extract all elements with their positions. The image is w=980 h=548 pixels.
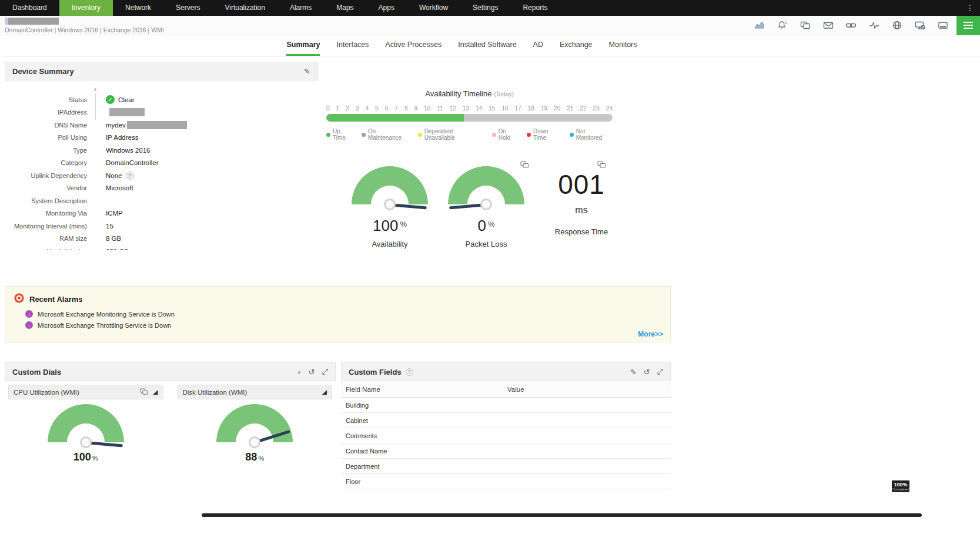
- nav-item[interactable]: Dashboard: [0, 0, 59, 16]
- field-label: IPAddress: [5, 109, 87, 116]
- dial-settings-icon[interactable]: [597, 160, 606, 171]
- custom-fields-column-header: Field Name Value: [341, 381, 671, 398]
- globe-icon[interactable]: [891, 21, 902, 31]
- vertical-scrollbar[interactable]: ▲: [93, 87, 98, 146]
- field-label: Status: [5, 96, 87, 103]
- timeline-hour-scale: 0 1 2 3 4 5 6 7 8 9 10 11 12 13 14: [326, 105, 613, 112]
- chart-icon[interactable]: ◢: [153, 388, 158, 396]
- recent-alarms-header: Recent Alarms: [5, 287, 670, 308]
- metric-label: Response Time: [539, 227, 624, 236]
- device-summary-row: Poll Using IP Address: [5, 132, 318, 144]
- timeline-hour-label: 2: [346, 105, 349, 112]
- nav-item[interactable]: Workflow: [407, 0, 460, 16]
- redacted-value: [127, 121, 187, 129]
- nav-item[interactable]: Network: [113, 0, 163, 16]
- device-tab[interactable]: Exchange: [560, 35, 593, 56]
- device-summary-row: System Description: [5, 194, 318, 207]
- mail-icon[interactable]: [822, 21, 834, 31]
- refresh-icon[interactable]: ↺: [644, 368, 650, 376]
- timeline-bar[interactable]: [326, 114, 613, 122]
- nav-item[interactable]: Virtualization: [212, 0, 277, 16]
- expand-icon[interactable]: ⤢: [657, 367, 663, 376]
- timeline-hour-label: 20: [554, 105, 560, 112]
- device-summary-row: IPAddress: [5, 106, 318, 119]
- nav-spacer: [560, 0, 960, 16]
- nav-item[interactable]: Maps: [324, 0, 366, 16]
- kebab-menu-icon[interactable]: ⋮: [960, 0, 980, 16]
- add-icon[interactable]: +: [297, 368, 302, 376]
- dial-settings-icon[interactable]: [140, 387, 148, 398]
- custom-field-row: Floor: [341, 474, 671, 489]
- device-summary-row: Vendor Microsoft: [5, 182, 318, 195]
- nav-item[interactable]: Alarms: [277, 0, 324, 16]
- redacted-device-name: [5, 18, 59, 25]
- area-chart-icon[interactable]: [754, 21, 765, 31]
- help-icon[interactable]: ?: [406, 368, 413, 376]
- scroll-up-icon[interactable]: ▲: [93, 87, 98, 92]
- device-tab[interactable]: Active Processes: [385, 35, 441, 56]
- gauge: [48, 404, 124, 446]
- sparkline-icon[interactable]: [868, 21, 879, 31]
- device-identity: DomainController | Windows 2016 | Exchan…: [5, 18, 164, 33]
- device-tab[interactable]: AD: [533, 35, 543, 56]
- help-icon[interactable]: ?: [126, 172, 134, 180]
- timeline-hour-label: 13: [463, 105, 469, 112]
- attention-down-icon: ↓: [25, 310, 33, 318]
- attention-down-icon: ↓: [25, 321, 33, 329]
- link-icon[interactable]: [845, 21, 857, 31]
- breadcrumb: DomainController | Windows 2016 | Exchan…: [5, 26, 164, 33]
- device-summary-row: Monitoring Interval (mins) 15: [5, 220, 318, 233]
- horizontal-scrollbar[interactable]: [202, 513, 922, 517]
- refresh-icon[interactable]: ↺: [309, 368, 315, 376]
- gauge: [448, 166, 524, 209]
- edit-pencil-icon[interactable]: ✎: [630, 368, 637, 376]
- legend-dot-icon: [527, 133, 531, 137]
- hamburger-menu-button[interactable]: [956, 16, 980, 35]
- legend-item: On Maintenance: [362, 128, 411, 141]
- chart-icon[interactable]: ◢: [322, 388, 327, 396]
- nav-item[interactable]: Reports: [510, 0, 560, 16]
- panel-title: Recent Alarms: [29, 295, 83, 304]
- dial-card-header: Disk Utilization (WMI) ◢: [178, 385, 333, 399]
- edit-pencil-icon[interactable]: ✎: [304, 67, 310, 76]
- alarm-item[interactable]: ↓ Microsoft Exchange Throttling Service …: [5, 320, 670, 331]
- timeline-hour-label: 1: [336, 105, 340, 112]
- field-value: ✓ Clear: [106, 95, 134, 104]
- nav-item[interactable]: Inventory: [59, 0, 113, 16]
- device-tab[interactable]: Interfaces: [336, 35, 369, 56]
- field-name: Contact Name: [341, 448, 507, 455]
- nav-item[interactable]: Settings: [460, 0, 510, 16]
- nav-item[interactable]: Apps: [366, 0, 407, 16]
- field-name: Building: [341, 402, 507, 409]
- device-tab[interactable]: Monitors: [609, 35, 637, 56]
- panel-title: Device Summary: [12, 67, 74, 76]
- monitor-disabled-icon[interactable]: [914, 21, 925, 31]
- device-tabs: Summary Interfaces Active Processes Inst…: [0, 35, 980, 56]
- legend-item: Up Time: [326, 128, 354, 141]
- field-label: Type: [5, 147, 87, 154]
- field-name: Comments: [341, 432, 507, 439]
- alarm-bell-icon[interactable]: [777, 21, 788, 31]
- metric-value: 100%: [346, 217, 434, 235]
- alarm-item[interactable]: ↓ Microsoft Exchange Monitoring Service …: [5, 308, 670, 320]
- gauge-hub: [249, 436, 260, 448]
- field-value: 15: [106, 223, 113, 230]
- device-tab[interactable]: Summary: [286, 35, 320, 56]
- timeline-hour-label: 21: [567, 105, 573, 112]
- panel-title: Custom Fields: [349, 368, 402, 376]
- timeline-hour-label: 10: [424, 105, 430, 112]
- gauge-hub: [480, 199, 492, 210]
- more-alarms-link[interactable]: More>>: [638, 330, 663, 338]
- field-value: mydev: [106, 121, 187, 129]
- device-tab[interactable]: Installed Software: [458, 35, 516, 56]
- timeline-legend: Up Time On Maintenance Dependent Unavail…: [326, 128, 613, 141]
- nav-item[interactable]: Servers: [163, 0, 212, 16]
- custom-dials-header: Custom Dials + ↺ ⤢: [5, 362, 336, 381]
- custom-dial-card: CPU Utilization (WMI) ◢ 100%: [8, 385, 163, 463]
- device-config-icon[interactable]: [800, 21, 811, 31]
- device-summary-row: Status ✓ Clear: [5, 93, 318, 106]
- expand-icon[interactable]: ⤢: [322, 367, 328, 376]
- timeline-hour-label: 3: [356, 105, 359, 112]
- remote-screen-icon[interactable]: [937, 21, 948, 31]
- field-name: Floor: [341, 478, 507, 485]
